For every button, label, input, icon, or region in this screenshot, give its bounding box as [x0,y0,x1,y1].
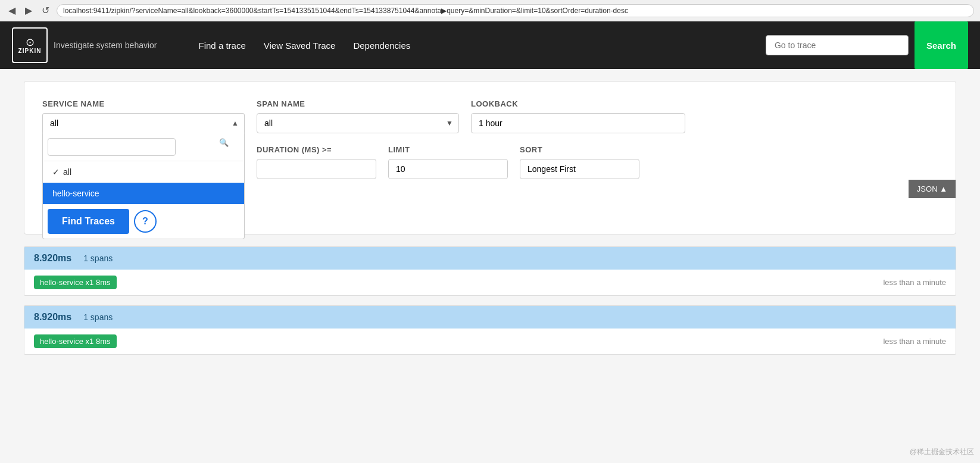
go-to-trace-container: Search [766,21,968,69]
span-name-label: Span Name [257,99,459,108]
sort-input[interactable] [520,159,639,179]
trace-spans-1: 1 spans [83,254,113,263]
lookback-group: Lookback [471,99,685,133]
service-tag-1: hello-service x1 8ms [34,276,117,289]
limit-input[interactable] [388,159,508,179]
nav-find-trace[interactable]: Find a trace [199,37,246,54]
filter-row: Service Name ▲ 🔍 ✓ all [42,99,938,133]
span-name-group: Span Name ▼ [257,99,459,133]
trace-time-1: less than a minute [883,278,946,287]
dropdown-search-wrapper: 🔍 [48,138,239,156]
checkmark-icon: ✓ [52,167,60,177]
nav-links: Find a trace View Saved Trace Dependenci… [199,37,766,54]
trace-result-2[interactable]: 8.920ms 1 spans hello-service x1 8ms les… [24,305,956,355]
service-name-select-wrapper: ▲ [42,113,245,133]
main-content: Service Name ▲ 🔍 ✓ all [0,69,980,376]
logo-icon: ⊙ [26,37,35,48]
lookback-label: Lookback [471,99,685,108]
dropdown-item-hello-service[interactable]: hello-service [43,183,244,204]
app-header: ⊙ ZIPKIN Investigate system behavior Fin… [0,21,980,69]
trace-time-2: less than a minute [883,337,946,346]
trace-header-2: 8.920ms 1 spans [24,306,956,329]
trace-body-1: hello-service x1 8ms less than a minute [24,270,956,295]
dropdown-item-hello-service-label: hello-service [52,189,99,198]
span-name-select[interactable] [257,113,459,133]
nav-view-saved-trace[interactable]: View Saved Trace [264,37,336,54]
service-tag-2: hello-service x1 8ms [34,334,117,348]
trace-body-2: hello-service x1 8ms less than a minute [24,329,956,354]
json-button[interactable]: JSON ▲ [909,180,956,198]
sort-group: Sort [520,145,639,179]
go-to-trace-input[interactable] [766,35,909,55]
search-icon: 🔍 [219,138,229,147]
trace-result-1[interactable]: 8.920ms 1 spans hello-service x1 8ms les… [24,246,956,296]
forward-button[interactable]: ▶ [23,4,35,17]
dropdown-actions: Find Traces ? [43,204,244,239]
back-button[interactable]: ◀ [6,4,18,17]
url-bar[interactable] [57,4,974,17]
trace-duration-1: 8.920ms [34,253,71,264]
dropdown-item-all[interactable]: ✓ all [43,161,244,183]
trace-header-1: 8.920ms 1 spans [24,247,956,270]
browser-bar: ◀ ▶ ↺ [0,0,980,21]
app-tagline: Investigate system behavior [54,40,157,50]
limit-group: Limit [388,145,508,179]
service-name-label: Service Name [42,99,245,108]
logo-text: ZIPKIN [18,48,42,54]
dropdown-search-input[interactable] [48,138,176,156]
duration-input[interactable] [257,159,376,179]
lookback-input[interactable] [471,113,685,133]
logo-box: ⊙ ZIPKIN [12,27,48,63]
trace-duration-2: 8.920ms [34,312,71,323]
dropdown-search-box: 🔍 [43,133,244,161]
nav-dependencies[interactable]: Dependencies [353,37,410,54]
limit-label: Limit [388,145,508,154]
trace-spans-2: 1 spans [83,312,113,322]
dropdown-item-all-label: all [63,167,71,177]
duration-label: Duration (μs) >= [257,145,376,154]
service-name-select[interactable] [42,113,245,133]
sort-label: Sort [520,145,639,154]
duration-group: Duration (μs) >= [257,145,376,179]
service-name-group: Service Name ▲ 🔍 ✓ all [42,99,245,133]
span-name-select-wrapper: ▼ [257,113,459,133]
search-button[interactable]: Search [915,21,968,69]
filter-card: Service Name ▲ 🔍 ✓ all [24,81,956,234]
find-traces-button[interactable]: Find Traces [48,209,129,234]
refresh-button[interactable]: ↺ [39,4,52,17]
help-button[interactable]: ? [134,210,157,233]
service-name-dropdown: 🔍 ✓ all hello-service Find Traces ? [42,133,245,239]
logo-area: ⊙ ZIPKIN Investigate system behavior [12,27,181,63]
